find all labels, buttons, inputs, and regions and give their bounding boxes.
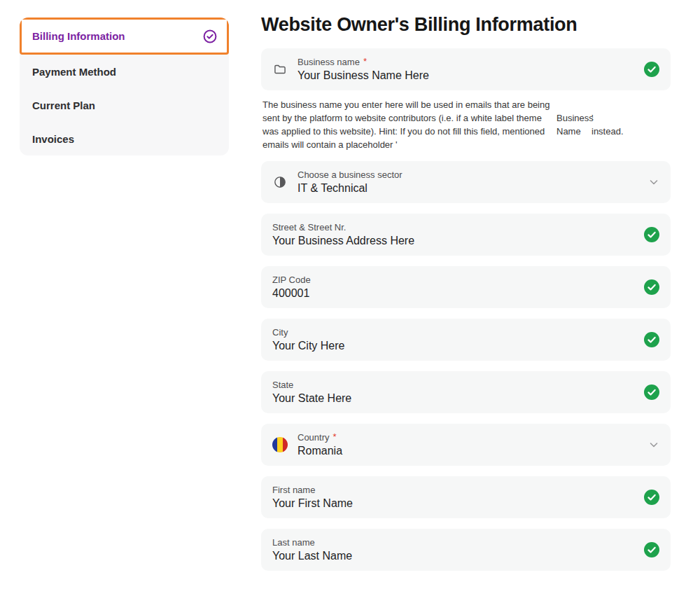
- field-label: Choose a business sector: [298, 169, 402, 181]
- sidebar-item-current-plan[interactable]: Current Plan: [20, 88, 229, 122]
- chevron-down-icon[interactable]: [648, 439, 659, 450]
- field-value: 400001: [272, 286, 311, 300]
- field-value: Your Business Name Here: [298, 69, 429, 83]
- help-text-main: The business name you enter here will be…: [262, 98, 559, 151]
- help-text-placeholder-words: Business Name: [556, 111, 594, 138]
- sidebar-item-label: Current Plan: [32, 99, 95, 111]
- help-text-word: ': [592, 111, 624, 125]
- check-circle-icon: [644, 490, 659, 505]
- check-circle-icon: [644, 279, 659, 295]
- help-text-word: instead.: [592, 125, 624, 138]
- field-label: Business name: [298, 56, 360, 68]
- help-text-tail-words: ' instead.: [592, 111, 624, 138]
- folder-icon: [272, 62, 288, 76]
- sidebar-item-label: Invoices: [32, 133, 74, 145]
- business-name-field[interactable]: Business name * Your Business Name Here: [261, 48, 671, 90]
- sidebar-item-label: Billing Information: [32, 30, 125, 42]
- field-label: State: [272, 379, 293, 391]
- check-circle-icon: [644, 542, 659, 557]
- page-title: Website Owner's Billing Information: [261, 13, 671, 36]
- check-circle-icon: [644, 332, 659, 347]
- field-label: Country: [298, 431, 330, 443]
- contrast-icon: [272, 175, 288, 189]
- billing-information-form: Website Owner's Billing Information Busi…: [261, 13, 671, 571]
- chevron-down-icon[interactable]: [648, 176, 659, 188]
- business-sector-select[interactable]: Choose a business sector IT & Technical: [261, 161, 671, 203]
- sidebar-item-invoices[interactable]: Invoices: [20, 122, 229, 155]
- check-circle-icon: [644, 384, 659, 400]
- sidebar-item-label: Payment Method: [32, 66, 116, 78]
- required-asterisk: *: [333, 431, 337, 442]
- romania-flag-icon: [272, 437, 288, 452]
- sidebar-item-payment-method[interactable]: Payment Method: [20, 55, 229, 88]
- field-value: Your Last Name: [272, 549, 352, 563]
- street-field[interactable]: Street & Street Nr. Your Business Addres…: [261, 214, 671, 256]
- check-circle-icon: [644, 62, 659, 77]
- state-field[interactable]: State Your State Here: [261, 371, 671, 413]
- sidebar-item-billing-information[interactable]: Billing Information: [20, 18, 229, 55]
- help-text-word: Business: [556, 111, 594, 125]
- required-asterisk: *: [363, 56, 367, 67]
- billing-settings-page: Billing Information Payment Method Curre…: [0, 0, 700, 589]
- field-label: Last name: [272, 536, 315, 548]
- field-value: Your Business Address Here: [272, 234, 414, 248]
- field-value: Your First Name: [272, 497, 353, 511]
- field-value: IT & Technical: [298, 181, 402, 195]
- last-name-field[interactable]: Last name Your Last Name: [261, 529, 671, 571]
- field-value: Your City Here: [272, 339, 344, 353]
- first-name-field[interactable]: First name Your First Name: [261, 476, 671, 518]
- field-label: Street & Street Nr.: [272, 221, 346, 233]
- field-label: City: [272, 326, 288, 338]
- billing-settings-sidebar: Billing Information Payment Method Curre…: [20, 18, 229, 155]
- field-value: Romania: [298, 444, 342, 458]
- business-name-help-text: The business name you enter here will be…: [262, 98, 671, 153]
- help-text-word: Name: [556, 125, 594, 138]
- check-circle-outline-icon: [203, 29, 217, 43]
- check-circle-icon: [644, 227, 659, 242]
- zip-code-field[interactable]: ZIP Code 400001: [261, 266, 671, 308]
- field-label: First name: [272, 484, 315, 496]
- country-select[interactable]: Country * Romania: [261, 424, 671, 466]
- field-value: Your State Here: [272, 391, 351, 406]
- city-field[interactable]: City Your City Here: [261, 319, 671, 361]
- field-label: ZIP Code: [272, 274, 311, 286]
